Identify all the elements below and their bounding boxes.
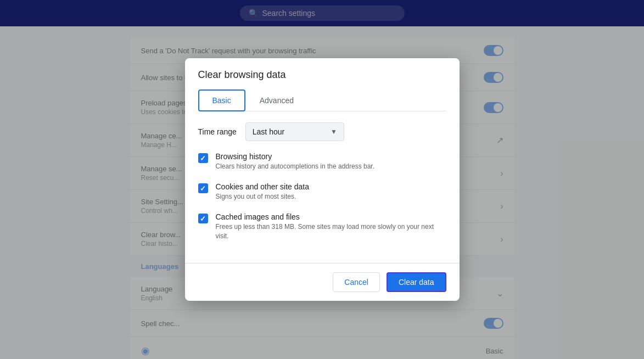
time-range-row: Time range Last hour ▼ (198, 122, 446, 141)
checkbox-cached-input[interactable]: ✓ (198, 214, 208, 223)
checkmark-icon-3: ✓ (200, 215, 206, 223)
cookies-label: Cookies and other site data (216, 182, 446, 191)
clear-data-button[interactable]: Clear data (387, 272, 446, 292)
dropdown-arrow-icon: ▼ (331, 128, 337, 136)
modal-tabs: Basic Advanced (198, 89, 446, 111)
modal-overlay: Clear browsing data Basic Advanced Time … (0, 0, 644, 359)
checkbox-browsing-history-input[interactable]: ✓ (198, 153, 208, 163)
cached-label: Cached images and files (216, 212, 446, 221)
modal-header: Clear browsing data Basic Advanced (185, 58, 460, 111)
time-range-select[interactable]: Last hour ▼ (245, 122, 344, 141)
modal-footer: Cancel Clear data (185, 263, 460, 301)
browsing-history-label: Browsing history (216, 152, 446, 161)
cookies-sub: Signs you out of most sites. (216, 192, 446, 201)
checkmark-icon: ✓ (200, 154, 206, 162)
cached-sub: Frees up less than 318 MB. Some sites ma… (216, 222, 446, 241)
modal-body: Time range Last hour ▼ ✓ Browsing histor… (185, 111, 460, 262)
browsing-history-sub: Clears history and autocompletions in th… (216, 162, 446, 171)
clear-browsing-data-modal: Clear browsing data Basic Advanced Time … (185, 58, 460, 300)
time-range-value: Last hour (253, 127, 284, 136)
cancel-button[interactable]: Cancel (333, 272, 380, 292)
modal-title: Clear browsing data (198, 69, 446, 81)
checkbox-cookies: ✓ Cookies and other site data Signs you … (198, 182, 446, 201)
time-range-label: Time range (198, 127, 237, 136)
checkbox-browsing-history: ✓ Browsing history Clears history and au… (198, 152, 446, 171)
tab-advanced[interactable]: Advanced (245, 89, 308, 111)
checkmark-icon-2: ✓ (200, 184, 206, 193)
tab-basic[interactable]: Basic (198, 89, 245, 111)
checkbox-cached: ✓ Cached images and files Frees up less … (198, 212, 446, 241)
checkbox-cookies-input[interactable]: ✓ (198, 183, 208, 193)
